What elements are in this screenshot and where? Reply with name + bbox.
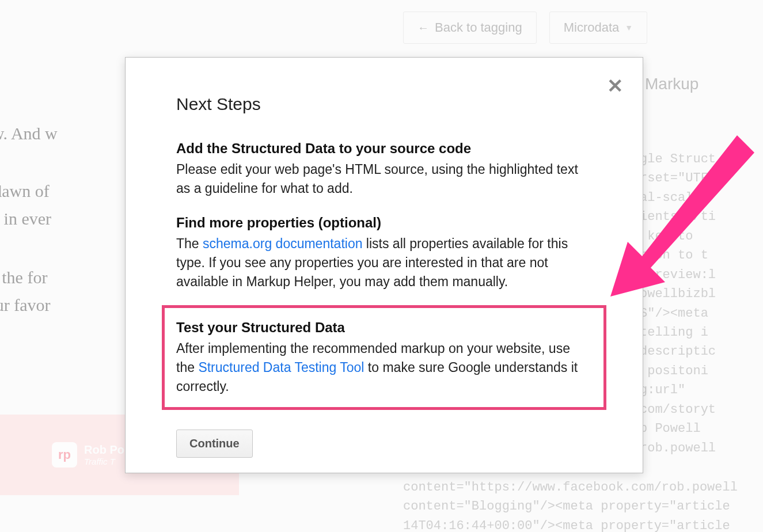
dialog-title: Next Steps (176, 94, 592, 114)
continue-button[interactable]: Continue (176, 430, 253, 458)
schema-org-link[interactable]: schema.org documentation (203, 236, 362, 251)
highlighted-section: Test your Structured Data After implemen… (162, 305, 606, 410)
section-find-more-properties: Find more properties (optional) The sche… (176, 215, 592, 291)
section-test-structured-data: Test your Structured Data After implemen… (176, 320, 592, 396)
section-body: Please edit your web page's HTML source,… (176, 160, 592, 197)
section-text: The (176, 236, 203, 251)
close-icon[interactable]: ✕ (607, 76, 623, 96)
section-add-structured-data: Add the Structured Data to your source c… (176, 140, 592, 197)
testing-tool-link[interactable]: Structured Data Testing Tool (198, 360, 364, 375)
section-body: After implementing the recommended marku… (176, 339, 592, 396)
section-heading: Find more properties (optional) (176, 215, 592, 231)
section-body: The schema.org documentation lists all p… (176, 234, 592, 291)
section-heading: Add the Structured Data to your source c… (176, 140, 592, 157)
next-steps-dialog: ✕ Next Steps Add the Structured Data to … (125, 57, 643, 473)
section-heading: Test your Structured Data (176, 320, 592, 336)
